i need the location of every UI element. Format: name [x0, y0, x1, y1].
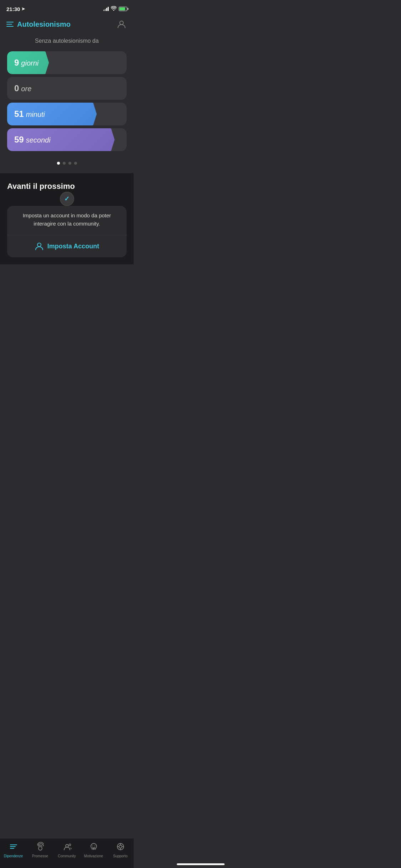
signal-icon [103, 7, 109, 11]
timer-section: 9 giorni 0 ore 51 minuti [0, 51, 134, 151]
profile-button[interactable] [116, 19, 127, 30]
page-title: Autolesionismo [17, 20, 71, 29]
location-arrow-icon: ➤ [21, 6, 25, 11]
dot-2[interactable] [63, 162, 66, 165]
status-bar: 21:30 ➤ [0, 0, 134, 16]
dot-1[interactable] [57, 162, 60, 165]
timer-minuti: 51 minuti [7, 103, 127, 125]
svg-point-1 [37, 243, 41, 247]
check-circle-wrapper: ✓ [7, 192, 127, 206]
avanti-title: Avanti il prossimo [7, 182, 127, 191]
dot-3[interactable] [68, 162, 71, 165]
avanti-card: Imposta un account in modo da poter inte… [7, 206, 127, 257]
timer-ore: 0 ore [7, 77, 127, 100]
person-icon [35, 242, 44, 251]
svg-point-0 [120, 21, 123, 25]
app-header: Autolesionismo [0, 16, 134, 34]
status-icons [103, 6, 127, 12]
status-time: 21:30 ➤ [6, 6, 25, 12]
checkmark-icon: ✓ [64, 195, 70, 203]
wifi-icon [111, 6, 117, 12]
timer-secondi: 59 secondi [7, 128, 127, 151]
avanti-section: Avanti il prossimo ✓ Imposta un account … [0, 173, 134, 264]
subtitle-text: Senza autolesionismo da [0, 34, 134, 51]
imposta-account-button[interactable]: Imposta Account [7, 235, 127, 257]
imposta-label: Imposta Account [47, 243, 99, 250]
timer-giorni: 9 giorni [7, 51, 127, 74]
avanti-message: Imposta un account in modo da poter inte… [7, 206, 127, 235]
page-dots [0, 162, 134, 165]
check-circle: ✓ [60, 192, 74, 206]
menu-button[interactable] [6, 22, 14, 27]
battery-icon [119, 7, 127, 11]
dot-4[interactable] [74, 162, 77, 165]
